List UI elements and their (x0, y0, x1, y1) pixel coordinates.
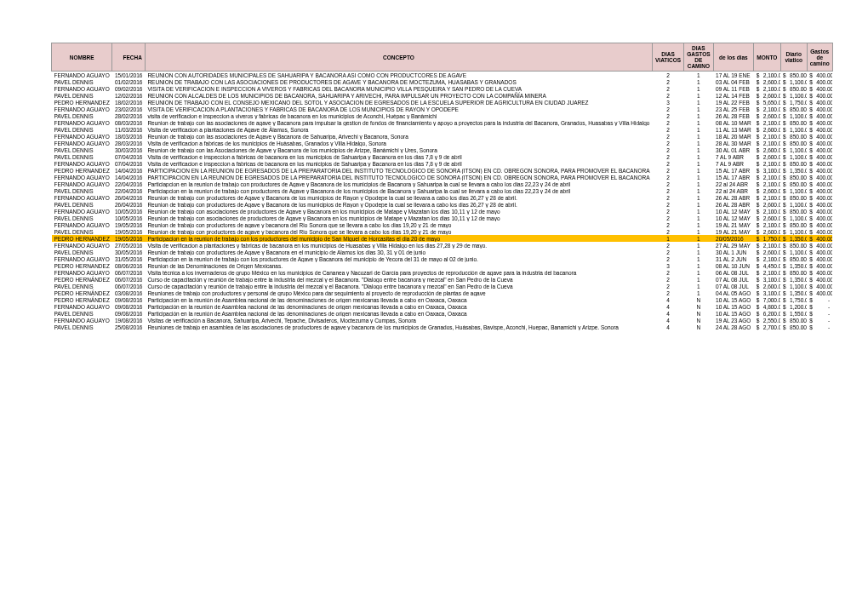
cell-fecha: 06/07/2016 (112, 283, 146, 289)
cell-gastos-camino: $400.00 (807, 208, 832, 215)
cell-diario-viatico: $850.00 (780, 242, 807, 249)
cell-concepto: Particiapcion en la reunion de trabajo c… (145, 180, 652, 187)
cell-nombre: PAVEL DENNIS (52, 126, 112, 133)
table-row: PEDRO HERNÁNDEZ03/08/2016Reuniones de tr… (52, 289, 833, 296)
cell-gastos-camino: $400.00 (807, 92, 832, 99)
cell-monto: $2,100.00 (754, 72, 780, 79)
cell-fecha: 07/04/2016 (112, 153, 146, 160)
cell-concepto: Reunion de trabajo con productores de Ag… (145, 249, 652, 255)
cell-de-los-dias: 24 AL 28 AGO (713, 324, 754, 330)
cell-dias-viaticos: 3 (652, 262, 683, 269)
cell-nombre: PAVEL DENNIS (52, 112, 112, 119)
cell-diario-viatico: $1,350.00 (780, 235, 807, 242)
cell-concepto: Reunion de trabajo con productores de ag… (145, 228, 652, 235)
cell-diario-viatico: $850.00 (780, 133, 807, 140)
cell-fecha: 14/04/2016 (112, 174, 146, 180)
cell-dias-camino: 1 (684, 106, 713, 112)
cell-gastos-camino: $- (807, 303, 832, 310)
cell-de-los-dias: 11 AL 13 MAR (713, 126, 754, 133)
cell-dias-viaticos: 2 (652, 126, 683, 133)
cell-dias-viaticos: 2 (652, 255, 683, 262)
cell-dias-viaticos: 2 (652, 221, 683, 228)
cell-monto: $1,750.00 (754, 235, 780, 242)
cell-nombre: FERNANDO AGUAYO (52, 317, 112, 324)
cell-gastos-camino: $400.00 (807, 242, 832, 249)
cell-dias-viaticos: 2 (652, 167, 683, 174)
cell-de-los-dias: 30 AL 1 JUN (713, 249, 754, 255)
cell-gastos-camino: $400.00 (807, 167, 832, 174)
table-row: PAVEL DENNIS25/08/2016Reuniones de traba… (52, 324, 833, 330)
cell-dias-camino: 1 (684, 276, 713, 283)
cell-gastos-camino: $- (807, 310, 832, 317)
cell-nombre: PEDRO HERNÁNDEZ (52, 276, 112, 283)
cell-fecha: 19/08/2016 (112, 317, 146, 324)
cell-diario-viatico: $1,100.00 (780, 146, 807, 153)
cell-monto: $2,550.00 (754, 317, 780, 324)
cell-fecha: 09/08/2016 (112, 296, 146, 303)
cell-dias-camino: N (684, 303, 713, 310)
cell-fecha: 28/03/2016 (112, 140, 146, 146)
cell-nombre: PEDRO HERNANDEZ (52, 235, 112, 242)
cell-monto: $7,000.00 (754, 296, 780, 303)
cell-nombre: PEDRO HERNÁNDEZ (52, 289, 112, 296)
cell-dias-viaticos: 2 (652, 92, 683, 99)
table-row: FERNANDO AGUAYO19/05/2016Reunion de trab… (52, 221, 833, 228)
cell-de-los-dias: 18 AL 20 MAR (713, 133, 754, 140)
cell-concepto: Visita técnica a los invernaderos de gru… (145, 269, 652, 276)
cell-dias-viaticos: 2 (652, 153, 683, 160)
cell-fecha: 12/02/2016 (112, 92, 146, 99)
cell-diario-viatico: $850.00 (780, 106, 807, 112)
cell-fecha: 31/05/2016 (112, 255, 146, 262)
cell-diario-viatico: $1,350.00 (780, 276, 807, 283)
cell-dias-viaticos: 2 (652, 187, 683, 194)
cell-dias-viaticos: 2 (652, 276, 683, 283)
cell-nombre: PAVEL DENNIS (52, 324, 112, 330)
cell-fecha: 25/08/2016 (112, 324, 146, 330)
cell-de-los-dias: 04 AL 05 AGO (713, 289, 754, 296)
table-row: PEDRO HERNÁNDEZ06/07/2016Curso de capaci… (52, 276, 833, 283)
cell-diario-viatico: $1,100.00 (780, 112, 807, 119)
cell-gastos-camino: $- (807, 296, 832, 303)
cell-gastos-camino: $400.00 (807, 269, 832, 276)
cell-gastos-camino: $400.00 (807, 119, 832, 126)
cell-gastos-camino: $400.00 (807, 235, 832, 242)
cell-nombre: FERNANDO AGUAYO (52, 174, 112, 180)
cell-diario-viatico: $850.00 (780, 140, 807, 146)
cell-de-los-dias: 22 al 24 ABR (713, 187, 754, 194)
cell-de-los-dias: 10 AL 12 MAY (713, 208, 754, 215)
table-row: PAVEL DENNIS10/05/2016Reunion de trabajo… (52, 215, 833, 221)
col-de-los-dias: de los dias (713, 43, 754, 72)
cell-dias-camino: 1 (684, 99, 713, 106)
cell-concepto: PARTICIPACION EN LA REUNION DE EGRESADOS… (145, 174, 652, 180)
cell-de-los-dias: 08 AL 10 MAR (713, 119, 754, 126)
cell-gastos-camino: $400.00 (807, 140, 832, 146)
cell-dias-camino: 1 (684, 146, 713, 153)
cell-monto: $2,600.00 (754, 78, 780, 85)
col-dias-camino: DIAS GASTOS DE CAMINO (684, 43, 713, 72)
col-fecha: FECHA (112, 43, 146, 72)
table-row: PAVEL DENNIS19/05/2016Reunion de trabajo… (52, 228, 833, 235)
cell-nombre: PEDRO HERNANDEZ (52, 262, 112, 269)
cell-de-los-dias: 22 al 24 ABR (713, 180, 754, 187)
cell-dias-viaticos: 2 (652, 201, 683, 208)
header-row: NOMBRE FECHA CONCEPTO DIAS VIATICOS DIAS… (52, 43, 833, 72)
cell-diario-viatico: $850.00 (780, 85, 807, 92)
cell-concepto: VISITA DE VERIFICACION E INSPECCION A VI… (145, 85, 652, 92)
cell-dias-camino: 1 (684, 262, 713, 269)
cell-dias-camino: N (684, 317, 713, 324)
cell-concepto: Reunion de trabajo con las Asociaciones … (145, 146, 652, 153)
cell-monto: $2,600.00 (754, 228, 780, 235)
table-row: FERNANDO AGUAYO07/04/2016Visita de verif… (52, 160, 833, 167)
cell-gastos-camino: $400.00 (807, 78, 832, 85)
cell-dias-viaticos: 1 (652, 235, 683, 242)
cell-fecha: 14/04/2016 (112, 167, 146, 174)
cell-fecha: 06/07/2016 (112, 276, 146, 283)
cell-de-los-dias: 31 AL 2 JUN (713, 255, 754, 262)
cell-diario-viatico: $1,550.00 (780, 310, 807, 317)
cell-monto: $2,100.00 (754, 140, 780, 146)
cell-dias-viaticos: 4 (652, 310, 683, 317)
cell-fecha: 11/03/2016 (112, 126, 146, 133)
cell-fecha: 08/06/2016 (112, 262, 146, 269)
cell-monto: $2,700.00 (754, 324, 780, 330)
cell-nombre: PAVEL DENNIS (52, 215, 112, 221)
